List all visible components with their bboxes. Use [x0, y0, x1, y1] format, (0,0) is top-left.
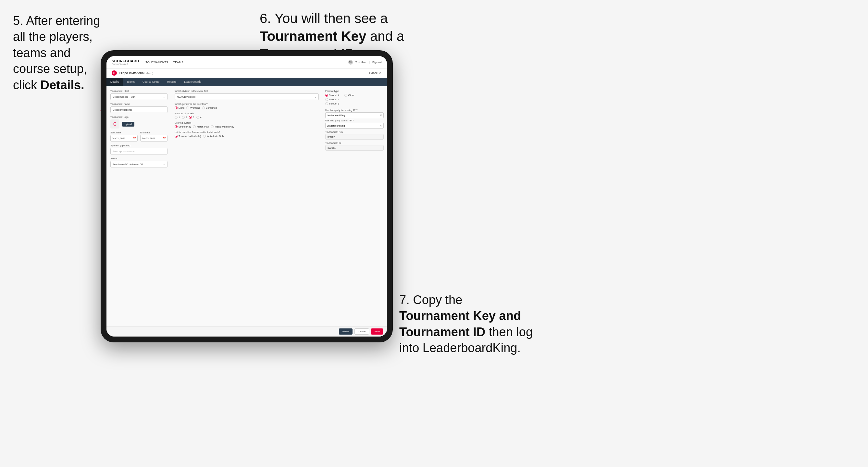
format-6count4-radio [325, 98, 328, 101]
tournament-host-value: Clippd College - Men [113, 95, 135, 98]
save-button[interactable]: Save [371, 329, 383, 335]
scoring-radio-group: Stroke Play Match Play Medal Match Play [175, 125, 319, 128]
calendar-icon-end: 📅 [163, 137, 166, 139]
format-6count5-radio [325, 102, 328, 105]
gender-womens[interactable]: Womens [186, 106, 199, 110]
gender-mens-label: Mens [179, 106, 184, 110]
annotation-left: 5. After entering all the players, teams… [13, 13, 104, 93]
venue-label: Venue [111, 157, 167, 160]
scoring-medal-radio [211, 125, 214, 128]
format-5count4[interactable]: 5 count 4 [325, 94, 339, 97]
gender-womens-label: Womens [190, 106, 199, 110]
format-other[interactable]: Other [344, 94, 354, 97]
scoring-match[interactable]: Match Play [193, 125, 209, 128]
cancel-close-button[interactable]: Cancel ✕ [369, 71, 382, 75]
annotation-top-right-mid: and a [366, 29, 404, 44]
teams-group: Is this event for Teams and/or Individua… [175, 131, 319, 137]
gender-mens[interactable]: Mens [175, 106, 184, 110]
scoring-group: Scoring system Stroke Play Match Play [175, 121, 319, 128]
third-party1-value: Leaderboard King [327, 114, 345, 117]
third-party1-input[interactable]: Leaderboard King ✕ [325, 112, 384, 118]
tablet-screen: SCOREBOARD Powered by clippd TOURNAMENTS… [106, 56, 387, 337]
footer-bar: Delete Cancel Save [106, 326, 387, 337]
annotation-tournament-key-label: Tournament Key [260, 29, 366, 44]
logo-main: SCOREBOARD [112, 59, 139, 63]
scoring-medal-label: Medal Match Play [215, 125, 234, 128]
upload-button[interactable]: Upload [122, 122, 134, 127]
format-row: 5 count 4 6 count 4 6 count 5 [325, 94, 384, 108]
tab-teams[interactable]: Teams [123, 78, 138, 86]
tournament-key-label: Tournament Key [325, 130, 384, 133]
rounds-3-radio [189, 116, 192, 119]
third-party1-label: Use third-party live scoring API? [325, 109, 384, 111]
tournament-id-value: 302051 [325, 145, 384, 151]
scoring-match-label: Match Play [197, 125, 209, 128]
rounds-4[interactable]: 4 [196, 116, 202, 119]
venue-select[interactable]: Peachtree GC - Atlanta - GA [111, 161, 167, 167]
start-date-label: Start date [111, 131, 137, 134]
nav-tournaments[interactable]: TOURNAMENTS [146, 61, 168, 64]
start-date-input[interactable]: Jan 21, 2024 📅 [111, 135, 137, 142]
individuals-only[interactable]: Individuals Only [203, 135, 224, 137]
sponsor-group: Sponsor (optional) Enter sponsor name [111, 144, 167, 154]
tab-details[interactable]: Details [106, 78, 123, 86]
format-6count5[interactable]: 6 count 5 [325, 102, 339, 105]
tab-leaderboards[interactable]: Leaderboards [180, 78, 205, 86]
right-column: Format type 5 count 4 6 count 4 [322, 86, 387, 326]
nav-links: TOURNAMENTS TEAMS [146, 61, 183, 64]
scoring-stroke[interactable]: Stroke Play [175, 125, 191, 128]
format-6count4[interactable]: 6 count 4 [325, 98, 339, 101]
annotation-left-bold: Details. [40, 78, 84, 92]
rounds-3[interactable]: 3 [189, 116, 194, 119]
sponsor-input[interactable]: Enter sponsor name [111, 148, 167, 154]
teams-plus-individuals[interactable]: Teams (+Individuals) [175, 135, 201, 137]
format-options-right: Other [344, 94, 354, 105]
tournament-logo-group: Tournament logo C Upload [111, 116, 167, 128]
sign-out-link[interactable]: Sign out [372, 61, 382, 64]
scoring-label: Scoring system [175, 121, 319, 124]
cancel-button[interactable]: Cancel [354, 329, 369, 335]
end-date-label: End date [140, 131, 167, 134]
scoring-stroke-label: Stroke Play [179, 125, 191, 128]
gender-combined[interactable]: Combined [202, 106, 217, 110]
format-other-radio [344, 94, 347, 97]
rounds-radio-group: 1 2 3 4 [175, 116, 319, 119]
division-select[interactable]: NCAA Division III [175, 93, 319, 100]
scoring-match-radio [193, 125, 196, 128]
close-icon-1[interactable]: ✕ [380, 114, 382, 117]
middle-column: Which division is the event for? NCAA Di… [172, 86, 322, 326]
main-content: Tournament Host Clippd College - Men Tou… [106, 86, 387, 326]
rounds-1-label: 1 [179, 116, 180, 119]
individuals-radio [203, 135, 206, 137]
end-date-input[interactable]: Jan 23, 2024 📅 [140, 135, 167, 142]
rounds-1-radio [175, 116, 178, 119]
teams-radio-group: Teams (+Individuals) Individuals Only [175, 135, 319, 137]
rounds-1[interactable]: 1 [175, 116, 180, 119]
rounds-label: Number of rounds [175, 112, 319, 115]
delete-button[interactable]: Delete [339, 329, 352, 335]
gender-label: Which gender is the event for? [175, 102, 319, 105]
teams-radio [175, 135, 178, 137]
scoring-medal-match[interactable]: Medal Match Play [211, 125, 234, 128]
tab-course-setup[interactable]: Course Setup [138, 78, 163, 86]
tab-results[interactable]: Results [163, 78, 180, 86]
tournament-name-input[interactable]: Clippd Invitational [111, 106, 167, 113]
scoring-stroke-radio [175, 125, 178, 128]
tournament-subtitle: (Men) [146, 72, 153, 75]
calendar-icon: 📅 [133, 137, 136, 139]
tournament-name-display: Clippd Invitational [119, 71, 145, 75]
rounds-2[interactable]: 2 [182, 116, 187, 119]
tournament-host-select[interactable]: Clippd College - Men [111, 93, 167, 100]
third-party2-input[interactable]: Leaderboard King ✕ [325, 123, 384, 128]
gender-group: Which gender is the event for? Mens Wome… [175, 102, 319, 110]
annotation-bottom-plain: 7. Copy the [399, 293, 462, 307]
sponsor-label: Sponsor (optional) [111, 144, 167, 147]
close-icon-2[interactable]: ✕ [380, 124, 382, 127]
rounds-group: Number of rounds 1 2 3 [175, 112, 319, 119]
user-name: Test User [355, 61, 367, 64]
annotation-bottom-right: 7. Copy the Tournament Key and Tournamen… [399, 292, 536, 356]
tournament-name-group: Tournament name Clippd Invitational [111, 102, 167, 113]
nav-teams[interactable]: TEAMS [173, 61, 183, 64]
tournament-key-section: Tournament Key b4f6b7 Tournament ID 3020… [325, 130, 384, 151]
end-date-group: End date Jan 23, 2024 📅 [140, 131, 167, 142]
